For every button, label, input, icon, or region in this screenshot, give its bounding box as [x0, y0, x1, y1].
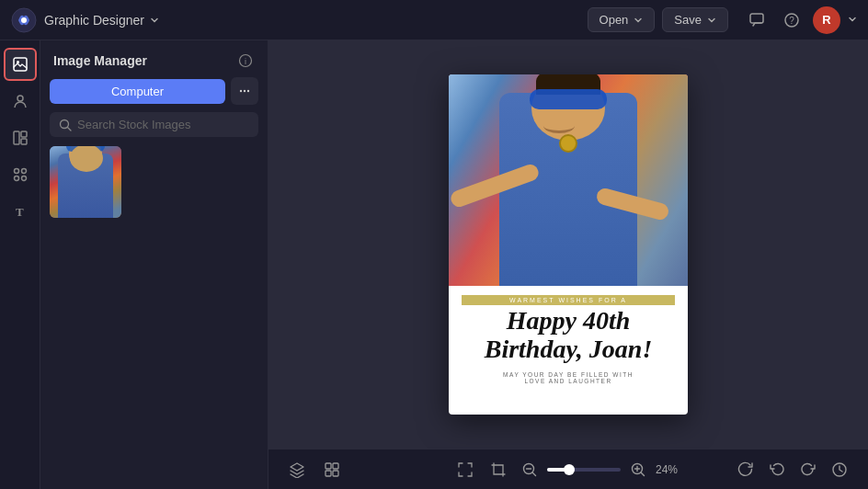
thumbnail-1[interactable] — [50, 146, 121, 218]
layers-button[interactable] — [283, 456, 311, 483]
topbar: Graphic Designer Open Save ? R — [0, 0, 868, 40]
svg-point-12 — [21, 169, 26, 174]
svg-rect-5 — [14, 58, 27, 71]
undo-button[interactable] — [763, 456, 791, 483]
svg-rect-9 — [21, 131, 27, 137]
layout-icon — [12, 130, 29, 146]
layers-icon — [289, 461, 305, 478]
ellipsis-icon — [238, 85, 251, 97]
card-banner-text: WARMEST WISHES FOR A — [462, 295, 675, 305]
image-grid — [40, 146, 268, 218]
svg-line-33 — [641, 472, 645, 476]
svg-point-7 — [17, 96, 23, 101]
redo-icon — [800, 461, 817, 478]
elements-icon — [12, 166, 29, 183]
icon-rail: T — [0, 40, 40, 489]
sync-icon — [737, 461, 754, 478]
canvas-area: WARMEST WISHES FOR A Happy 40th Birthday… — [268, 40, 868, 489]
svg-point-11 — [14, 169, 18, 174]
topbar-actions: ? R — [743, 6, 857, 34]
computer-tab[interactable]: Computer — [50, 79, 225, 104]
chevron-down-icon-open — [634, 16, 643, 25]
canvas-workspace[interactable]: WARMEST WISHES FOR A Happy 40th Birthday… — [268, 40, 868, 449]
card-title: Happy 40th Birthday, Joan! — [462, 307, 675, 364]
svg-point-18 — [240, 90, 242, 92]
svg-line-22 — [68, 127, 72, 131]
zoom-percent: 24% — [656, 463, 685, 476]
svg-point-6 — [17, 61, 19, 63]
people-tool[interactable] — [4, 85, 37, 118]
zoom-out-icon — [521, 461, 538, 478]
svg-rect-2 — [750, 14, 763, 23]
undo-icon — [769, 461, 785, 478]
svg-rect-24 — [333, 463, 338, 469]
images-icon — [12, 56, 29, 73]
info-icon: i — [238, 53, 253, 68]
avatar-caret-icon[interactable] — [848, 15, 857, 26]
images-tool[interactable] — [4, 48, 37, 81]
svg-point-19 — [244, 90, 246, 92]
crop-button[interactable] — [485, 456, 512, 483]
zoom-out-button[interactable] — [518, 458, 542, 482]
zoom-slider[interactable] — [547, 468, 621, 472]
panel-title: Image Manager — [53, 53, 147, 68]
fit-screen-icon — [457, 461, 474, 478]
side-panel: Image Manager i Computer — [40, 40, 268, 489]
zoom-in-icon — [630, 461, 646, 478]
svg-rect-10 — [21, 139, 27, 144]
grid-icon — [324, 461, 340, 478]
history-icon — [831, 461, 848, 478]
help-button[interactable]: ? — [778, 6, 805, 34]
card-description: MAY YOUR DAY BE FILLED WITHLOVE AND LAUG… — [462, 371, 675, 384]
svg-text:i: i — [245, 57, 246, 66]
svg-point-1 — [21, 17, 27, 23]
bottom-left-tools — [283, 456, 346, 483]
search-bar[interactable] — [50, 112, 258, 137]
app-logo — [11, 7, 37, 33]
svg-text:T: T — [16, 205, 24, 219]
chat-button[interactable] — [743, 6, 771, 34]
svg-point-13 — [14, 176, 18, 181]
bottom-toolbar: 24% — [268, 449, 868, 489]
zoom-controls: 24% — [451, 456, 685, 483]
app-name[interactable]: Graphic Designer — [44, 13, 159, 28]
text-icon: T — [12, 203, 29, 220]
panel-header: Image Manager i — [40, 40, 268, 77]
svg-rect-25 — [326, 471, 331, 476]
chevron-down-icon — [150, 16, 159, 25]
crop-icon — [490, 461, 507, 478]
bottom-right-tools — [732, 456, 853, 483]
search-input[interactable] — [77, 118, 249, 131]
svg-point-14 — [21, 176, 26, 181]
avatar[interactable]: R — [813, 6, 840, 34]
fit-screen-button[interactable] — [451, 456, 479, 483]
elements-tool[interactable] — [4, 158, 37, 191]
chevron-down-icon-save — [707, 16, 716, 25]
history-button[interactable] — [826, 456, 853, 483]
svg-rect-8 — [14, 131, 19, 144]
zoom-in-button[interactable] — [626, 458, 650, 482]
save-button[interactable]: Save — [662, 7, 728, 32]
svg-rect-23 — [326, 463, 331, 469]
svg-point-20 — [247, 90, 249, 92]
card-photo — [449, 74, 688, 286]
chat-icon — [748, 12, 765, 28]
more-options-button[interactable] — [231, 77, 258, 105]
card-text: WARMEST WISHES FOR A Happy 40th Birthday… — [449, 286, 688, 393]
grid-button[interactable] — [318, 456, 346, 483]
layout-tool[interactable] — [4, 121, 37, 154]
thumb-photo — [50, 146, 121, 218]
people-icon — [12, 93, 29, 109]
main-body: T Image Manager i Computer — [0, 40, 868, 489]
search-icon — [59, 119, 72, 131]
redo-button[interactable] — [794, 456, 822, 483]
svg-text:?: ? — [789, 16, 794, 26]
panel-info-button[interactable]: i — [236, 51, 255, 70]
panel-tabs: Computer — [40, 77, 268, 112]
sync-button[interactable] — [732, 456, 760, 483]
svg-line-29 — [532, 472, 536, 476]
help-icon: ? — [783, 12, 800, 28]
open-button[interactable]: Open — [588, 7, 656, 32]
svg-rect-26 — [333, 471, 338, 476]
text-tool[interactable]: T — [4, 195, 37, 228]
